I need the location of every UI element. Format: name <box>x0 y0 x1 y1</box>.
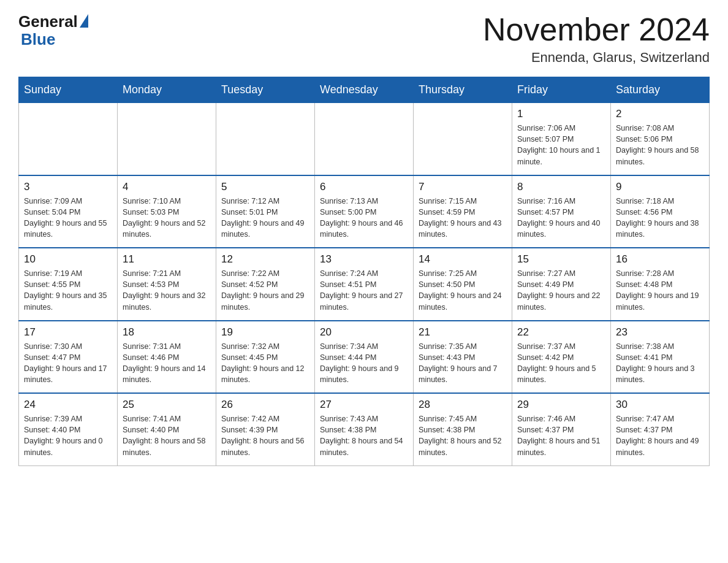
day-info: Sunrise: 7:08 AMSunset: 5:06 PMDaylight:… <box>616 123 704 167</box>
day-info: Sunrise: 7:37 AMSunset: 4:42 PMDaylight:… <box>517 341 605 386</box>
day-number: 1 <box>517 108 605 120</box>
logo-blue-text: Blue <box>21 31 55 47</box>
calendar-day-cell: 14Sunrise: 7:25 AMSunset: 4:50 PMDayligh… <box>414 248 512 321</box>
day-number: 25 <box>123 399 211 411</box>
calendar-day-cell: 21Sunrise: 7:35 AMSunset: 4:43 PMDayligh… <box>414 321 512 394</box>
weekday-header: Friday <box>512 77 611 103</box>
calendar-week-row: 1Sunrise: 7:06 AMSunset: 5:07 PMDaylight… <box>19 103 710 175</box>
weekday-header: Wednesday <box>315 77 414 103</box>
day-number: 5 <box>221 181 309 193</box>
weekday-header: Saturday <box>611 77 710 103</box>
calendar-day-cell: 22Sunrise: 7:37 AMSunset: 4:42 PMDayligh… <box>512 321 611 394</box>
calendar-day-cell: 8Sunrise: 7:16 AMSunset: 4:57 PMDaylight… <box>512 175 611 248</box>
calendar-day-cell: 5Sunrise: 7:12 AMSunset: 5:01 PMDaylight… <box>216 175 315 248</box>
day-number: 4 <box>123 181 211 193</box>
calendar-day-cell: 23Sunrise: 7:38 AMSunset: 4:41 PMDayligh… <box>611 321 710 394</box>
day-number: 20 <box>320 326 408 339</box>
calendar-header-row: SundayMondayTuesdayWednesdayThursdayFrid… <box>19 77 710 103</box>
day-number: 28 <box>419 399 507 411</box>
calendar-day-cell: 18Sunrise: 7:31 AMSunset: 4:46 PMDayligh… <box>118 321 216 394</box>
day-info: Sunrise: 7:18 AMSunset: 4:56 PMDaylight:… <box>616 196 704 240</box>
calendar-day-cell <box>216 103 315 175</box>
calendar-day-cell: 27Sunrise: 7:43 AMSunset: 4:38 PMDayligh… <box>315 393 414 465</box>
day-number: 2 <box>616 108 704 120</box>
day-number: 11 <box>123 253 211 266</box>
calendar-day-cell: 3Sunrise: 7:09 AMSunset: 5:04 PMDaylight… <box>19 175 118 248</box>
calendar-day-cell: 4Sunrise: 7:10 AMSunset: 5:03 PMDaylight… <box>118 175 216 248</box>
day-number: 15 <box>517 253 605 266</box>
calendar-day-cell: 7Sunrise: 7:15 AMSunset: 4:59 PMDaylight… <box>414 175 512 248</box>
weekday-header: Sunday <box>19 77 118 103</box>
calendar-day-cell: 11Sunrise: 7:21 AMSunset: 4:53 PMDayligh… <box>118 248 216 321</box>
calendar-day-cell <box>118 103 216 175</box>
calendar-day-cell: 26Sunrise: 7:42 AMSunset: 4:39 PMDayligh… <box>216 393 315 465</box>
calendar-day-cell: 30Sunrise: 7:47 AMSunset: 4:37 PMDayligh… <box>611 393 710 465</box>
calendar-day-cell: 1Sunrise: 7:06 AMSunset: 5:07 PMDaylight… <box>512 103 611 175</box>
day-info: Sunrise: 7:43 AMSunset: 4:38 PMDaylight:… <box>320 413 408 458</box>
day-info: Sunrise: 7:45 AMSunset: 4:38 PMDaylight:… <box>419 413 507 458</box>
day-info: Sunrise: 7:31 AMSunset: 4:46 PMDaylight:… <box>123 341 211 386</box>
day-number: 27 <box>320 399 408 411</box>
weekday-header: Monday <box>118 77 216 103</box>
calendar-day-cell: 28Sunrise: 7:45 AMSunset: 4:38 PMDayligh… <box>414 393 512 465</box>
calendar-day-cell: 20Sunrise: 7:34 AMSunset: 4:44 PMDayligh… <box>315 321 414 394</box>
day-info: Sunrise: 7:13 AMSunset: 5:00 PMDaylight:… <box>320 196 408 240</box>
day-info: Sunrise: 7:46 AMSunset: 4:37 PMDaylight:… <box>517 413 605 458</box>
calendar-day-cell <box>315 103 414 175</box>
calendar-day-cell: 29Sunrise: 7:46 AMSunset: 4:37 PMDayligh… <box>512 393 611 465</box>
weekday-header: Tuesday <box>216 77 315 103</box>
calendar-day-cell: 10Sunrise: 7:19 AMSunset: 4:55 PMDayligh… <box>19 248 118 321</box>
day-info: Sunrise: 7:22 AMSunset: 4:52 PMDaylight:… <box>221 268 309 313</box>
calendar-day-cell: 17Sunrise: 7:30 AMSunset: 4:47 PMDayligh… <box>19 321 118 394</box>
page-header: General Blue November 2024 Ennenda, Glar… <box>18 12 710 66</box>
calendar-week-row: 3Sunrise: 7:09 AMSunset: 5:04 PMDaylight… <box>19 175 710 248</box>
day-number: 16 <box>616 253 704 266</box>
location: Ennenda, Glarus, Switzerland <box>483 50 710 66</box>
day-info: Sunrise: 7:19 AMSunset: 4:55 PMDaylight:… <box>24 268 112 313</box>
day-number: 24 <box>24 399 112 411</box>
day-number: 10 <box>24 253 112 266</box>
day-info: Sunrise: 7:10 AMSunset: 5:03 PMDaylight:… <box>123 196 211 240</box>
calendar-day-cell <box>19 103 118 175</box>
month-title: November 2024 <box>483 12 710 47</box>
day-info: Sunrise: 7:24 AMSunset: 4:51 PMDaylight:… <box>320 268 408 313</box>
day-info: Sunrise: 7:16 AMSunset: 4:57 PMDaylight:… <box>517 196 605 240</box>
day-number: 21 <box>419 326 507 339</box>
calendar-day-cell: 25Sunrise: 7:41 AMSunset: 4:40 PMDayligh… <box>118 393 216 465</box>
day-number: 23 <box>616 326 704 339</box>
day-number: 9 <box>616 181 704 193</box>
day-number: 19 <box>221 326 309 339</box>
logo-triangle-icon <box>80 14 88 28</box>
day-info: Sunrise: 7:25 AMSunset: 4:50 PMDaylight:… <box>419 268 507 313</box>
day-info: Sunrise: 7:09 AMSunset: 5:04 PMDaylight:… <box>24 196 112 240</box>
logo-general-text: General <box>18 12 78 31</box>
day-number: 3 <box>24 181 112 193</box>
weekday-header: Thursday <box>414 77 512 103</box>
day-number: 8 <box>517 181 605 193</box>
day-number: 12 <box>221 253 309 266</box>
day-info: Sunrise: 7:35 AMSunset: 4:43 PMDaylight:… <box>419 341 507 386</box>
day-info: Sunrise: 7:12 AMSunset: 5:01 PMDaylight:… <box>221 196 309 240</box>
calendar-day-cell: 2Sunrise: 7:08 AMSunset: 5:06 PMDaylight… <box>611 103 710 175</box>
day-info: Sunrise: 7:30 AMSunset: 4:47 PMDaylight:… <box>24 341 112 386</box>
calendar-week-row: 17Sunrise: 7:30 AMSunset: 4:47 PMDayligh… <box>19 321 710 394</box>
header-right: November 2024 Ennenda, Glarus, Switzerla… <box>483 12 710 66</box>
calendar-day-cell: 15Sunrise: 7:27 AMSunset: 4:49 PMDayligh… <box>512 248 611 321</box>
calendar-week-row: 10Sunrise: 7:19 AMSunset: 4:55 PMDayligh… <box>19 248 710 321</box>
day-number: 7 <box>419 181 507 193</box>
day-number: 26 <box>221 399 309 411</box>
calendar-table: SundayMondayTuesdayWednesdayThursdayFrid… <box>18 77 710 466</box>
day-number: 22 <box>517 326 605 339</box>
day-info: Sunrise: 7:06 AMSunset: 5:07 PMDaylight:… <box>517 123 605 167</box>
day-info: Sunrise: 7:34 AMSunset: 4:44 PMDaylight:… <box>320 341 408 386</box>
day-number: 6 <box>320 181 408 193</box>
day-info: Sunrise: 7:27 AMSunset: 4:49 PMDaylight:… <box>517 268 605 313</box>
day-info: Sunrise: 7:42 AMSunset: 4:39 PMDaylight:… <box>221 413 309 458</box>
calendar-day-cell: 16Sunrise: 7:28 AMSunset: 4:48 PMDayligh… <box>611 248 710 321</box>
calendar-day-cell: 9Sunrise: 7:18 AMSunset: 4:56 PMDaylight… <box>611 175 710 248</box>
day-info: Sunrise: 7:28 AMSunset: 4:48 PMDaylight:… <box>616 268 704 313</box>
day-number: 29 <box>517 399 605 411</box>
day-number: 30 <box>616 399 704 411</box>
day-info: Sunrise: 7:41 AMSunset: 4:40 PMDaylight:… <box>123 413 211 458</box>
calendar-day-cell: 12Sunrise: 7:22 AMSunset: 4:52 PMDayligh… <box>216 248 315 321</box>
